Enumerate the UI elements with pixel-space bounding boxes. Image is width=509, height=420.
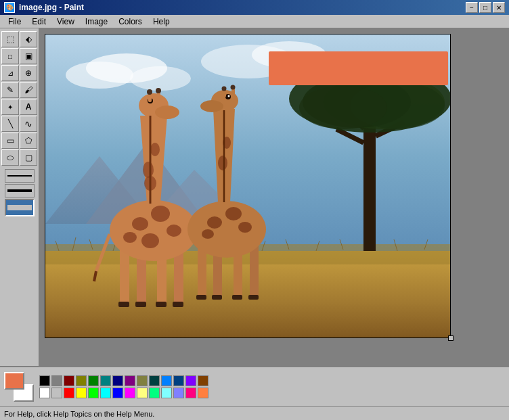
color-palette <box>39 375 208 398</box>
swatch-navy[interactable] <box>112 375 123 386</box>
title-bar-text: 🎨 image.jpg - Paint <box>4 2 84 13</box>
svg-rect-73 <box>248 295 259 300</box>
svg-rect-43 <box>156 302 167 307</box>
menu-help[interactable]: Help <box>148 16 175 28</box>
resize-handle[interactable] <box>448 335 453 341</box>
menu-view[interactable]: View <box>51 16 80 28</box>
svg-point-53 <box>147 89 152 95</box>
swatch-blue[interactable] <box>112 388 123 398</box>
status-text: For Help, click Help Topics on the Help … <box>4 410 154 418</box>
tool-rounded-rect[interactable]: ▢ <box>20 149 37 166</box>
tool-row-2: □ ▣ <box>1 48 37 64</box>
svg-point-79 <box>228 95 230 97</box>
tool-row-5: ✦ A <box>1 99 37 115</box>
svg-point-87 <box>202 229 214 239</box>
swatch-light-gray[interactable] <box>51 388 62 398</box>
tool-eraser[interactable]: □ <box>1 48 19 64</box>
foreground-color-box[interactable] <box>4 372 24 390</box>
tool-pencil[interactable]: ✎ <box>1 82 19 98</box>
svg-point-74 <box>187 201 266 258</box>
swatch-light-green[interactable] <box>149 388 160 398</box>
tool-polygon[interactable]: ⬠ <box>20 133 37 149</box>
tool-line[interactable]: ╲ <box>1 116 19 132</box>
tool-text[interactable]: A <box>20 99 37 115</box>
tool-select-free[interactable]: ⬖ <box>20 31 37 47</box>
window-title: image.jpg - Paint <box>19 3 84 12</box>
svg-point-54 <box>156 88 161 93</box>
palette-row-1 <box>39 375 208 386</box>
swatch-black[interactable] <box>39 375 50 386</box>
svg-point-58 <box>123 232 137 243</box>
menu-file[interactable]: File <box>3 16 26 28</box>
swatch-pink[interactable] <box>185 388 196 398</box>
tool-rect[interactable]: ▭ <box>1 133 19 149</box>
svg-point-48 <box>155 106 179 119</box>
tool-row-6: ╲ ∿ <box>1 116 37 132</box>
stroke-thick[interactable] <box>5 199 35 216</box>
active-colors <box>4 372 34 402</box>
close-button[interactable]: ✕ <box>493 2 505 13</box>
swatch-teal[interactable] <box>100 375 111 386</box>
swatch-magenta[interactable] <box>125 388 135 398</box>
svg-point-85 <box>225 207 242 220</box>
status-bar: For Help, click Help Topics on the Help … <box>0 406 509 420</box>
swatch-purple[interactable] <box>125 375 135 386</box>
swatch-cyan[interactable] <box>100 388 111 398</box>
swatch-dark-blue[interactable] <box>173 375 184 386</box>
tool-brush[interactable]: 🖌 <box>20 82 37 98</box>
svg-point-56 <box>151 206 170 222</box>
tool-curve[interactable]: ∿ <box>20 116 37 132</box>
tool-airbrush[interactable]: ✦ <box>1 99 19 115</box>
svg-point-82 <box>222 87 227 91</box>
swatch-light-blue[interactable] <box>161 375 172 386</box>
stroke-medium[interactable] <box>5 184 35 197</box>
swatch-blue-violet[interactable] <box>185 375 196 386</box>
swatch-green[interactable] <box>88 388 99 398</box>
tool-ellipse[interactable]: ⬭ <box>1 149 19 166</box>
tool-row-7: ▭ ⬠ <box>1 133 37 149</box>
menu-bar: File Edit View Image Colors Help <box>0 15 509 28</box>
menu-image[interactable]: Image <box>80 16 113 28</box>
svg-point-88 <box>218 156 227 170</box>
swatch-light-cyan[interactable] <box>161 388 172 398</box>
tool-eyedropper[interactable]: ⊿ <box>1 65 19 81</box>
swatch-olive[interactable] <box>76 375 87 386</box>
swatch-dark-red[interactable] <box>64 375 74 386</box>
swatch-dark-teal2[interactable] <box>149 375 160 386</box>
swatch-light-purple[interactable] <box>173 388 184 398</box>
tool-row-8: ⬭ ▢ <box>1 149 37 166</box>
svg-point-77 <box>200 100 223 112</box>
title-buttons: − □ ✕ <box>466 2 505 13</box>
svg-rect-70 <box>196 295 206 300</box>
swatch-red[interactable] <box>64 388 74 398</box>
swatch-dark-green[interactable] <box>88 375 99 386</box>
svg-rect-42 <box>135 302 146 307</box>
minimize-button[interactable]: − <box>466 2 478 13</box>
swatch-brown[interactable] <box>198 375 208 386</box>
stroke-thin[interactable] <box>5 169 35 183</box>
svg-point-84 <box>207 216 222 229</box>
svg-rect-72 <box>232 295 242 300</box>
swatch-gray[interactable] <box>51 375 62 386</box>
tool-magnify[interactable]: ⊕ <box>20 65 37 81</box>
svg-point-59 <box>141 233 159 248</box>
swatch-light-yellow[interactable] <box>137 388 148 398</box>
title-bar: 🎨 image.jpg - Paint − □ ✕ <box>0 0 509 15</box>
paint-canvas <box>45 34 451 338</box>
tool-fill[interactable]: ▣ <box>20 48 37 64</box>
svg-point-86 <box>238 222 252 233</box>
app-icon: 🎨 <box>4 2 15 13</box>
tool-select-rect[interactable]: ⬚ <box>1 31 19 47</box>
canvas-area[interactable] <box>39 28 509 366</box>
swatch-orange[interactable] <box>198 388 208 398</box>
maximize-button[interactable]: □ <box>479 2 491 13</box>
swatch-white[interactable] <box>39 388 50 398</box>
swatch-dark-yellow[interactable] <box>137 375 148 386</box>
menu-colors[interactable]: Colors <box>113 16 148 28</box>
svg-rect-41 <box>118 302 129 307</box>
stroke-options <box>1 169 37 216</box>
palette-row-2 <box>39 388 208 398</box>
menu-edit[interactable]: Edit <box>26 16 51 28</box>
swatch-yellow[interactable] <box>76 388 87 398</box>
tool-row-3: ⊿ ⊕ <box>1 65 37 81</box>
